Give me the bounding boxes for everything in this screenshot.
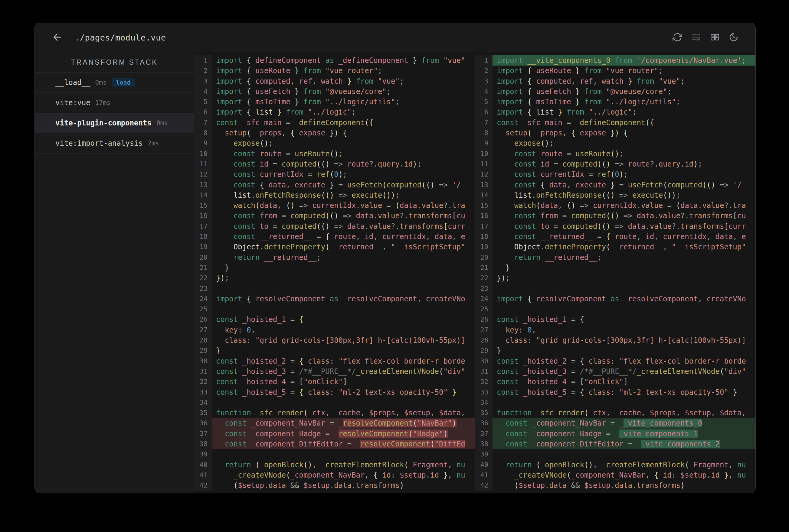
line-number: 22	[194, 273, 212, 283]
code-line-row: 34	[194, 398, 475, 408]
code-line-row: 24import { resolveComponent as _resolveC…	[194, 294, 475, 304]
code-line-row: 38 const _component_DiffEditor = _resolv…	[194, 439, 475, 449]
plugin-duration: 2ms	[148, 140, 159, 147]
code-line-row: 16 const from = computed(() => data.valu…	[194, 211, 475, 221]
line-number: 25	[194, 304, 212, 315]
line-number: 26	[194, 315, 212, 325]
code-line-row: 32const _hoisted_4 = ["onClick"]	[475, 377, 755, 387]
line-number: 9	[475, 138, 493, 148]
code-line: import { useRoute } from "vue-router";	[493, 65, 755, 76]
code-line: watch(data, () => currentIdx.value = (da…	[212, 201, 475, 211]
line-number: 12	[194, 169, 212, 179]
code-line-row: 41 _createVNode(_component_NavBar, { id:…	[475, 470, 755, 480]
line-number: 11	[194, 159, 212, 169]
sidebar-item-vite-import-analysis[interactable]: vite:import-analysis2ms	[35, 133, 194, 154]
line-number: 8	[194, 128, 212, 138]
diff-word-highlight: resolveComponent("Badge")	[338, 430, 448, 438]
code-line: const _component_NavBar = __vite_compone…	[493, 418, 755, 428]
code-line: const _hoisted_2 = { class: "flex flex-c…	[493, 356, 755, 366]
code-line-row: 9 expose();	[475, 138, 755, 148]
code-line-row: 33const _hoisted_5 = { class: "ml-2 text…	[475, 387, 755, 398]
code-line: function _sfc_render(_ctx, _cache, $prop…	[493, 408, 755, 418]
code-line-row: 3import { computed, ref, watch } from "v…	[194, 76, 475, 87]
line-number: 24	[475, 294, 493, 304]
arrow-left-icon	[52, 32, 62, 43]
line-number: 14	[194, 190, 212, 201]
code-pane-after[interactable]: 1import __vite_components_0 from '/compo…	[475, 52, 755, 493]
line-number: 2	[475, 65, 493, 76]
code-line-row: 42 ($setup.data && $setup.data.transform…	[194, 480, 475, 491]
sidebar-item-load[interactable]: __load__0msload	[35, 73, 194, 93]
code-line: import { msToTime } from "../logic/utils…	[493, 97, 755, 107]
sidebar-item-vite-plugin-components[interactable]: vite-plugin-components0ms	[35, 113, 194, 133]
line-number: 41	[475, 470, 493, 480]
code-line-row: 9 expose();	[194, 138, 475, 148]
wrap-text-button[interactable]	[691, 32, 701, 43]
code-line-row: 17 const to = computed(() => data.value?…	[194, 221, 475, 231]
line-number: 4	[194, 87, 212, 97]
line-number: 10	[194, 149, 212, 159]
line-number: 39	[475, 449, 493, 459]
line-number: 28	[475, 335, 493, 345]
line-number: 7	[194, 118, 212, 128]
code-line: return __returned__;	[212, 252, 475, 263]
code-line: key: 0,	[493, 325, 755, 335]
line-number: 24	[194, 294, 212, 304]
transform-stack-sidebar: TRANSFORM STACK __load__0msloadvite:vue1…	[35, 52, 194, 493]
main-content: TRANSFORM STACK __load__0msloadvite:vue1…	[35, 52, 755, 493]
code-line-row: 4import { useFetch } from "@vueuse/core"…	[194, 87, 475, 97]
code-line: const id = computed(() => route?.query.i…	[212, 159, 475, 169]
code-line-row: 35function _sfc_render(_ctx, _cache, $pr…	[475, 408, 755, 418]
code-line-row: 19 Object.defineProperty(__returned__, "…	[475, 242, 755, 252]
line-number: 21	[194, 263, 212, 273]
vite-inspect-window: ./pages/module.vue TRANSFORM STACK __loa…	[35, 23, 756, 493]
code-line: const _component_DiffEditor = __vite_com…	[493, 439, 755, 449]
code-line: const route = useRoute();	[212, 149, 475, 159]
code-line-row: 36 const _component_NavBar = __vite_comp…	[475, 418, 755, 428]
line-number: 36	[194, 418, 212, 428]
code-line-row: 36 const _component_NavBar = _resolveCom…	[194, 418, 475, 428]
line-number: 40	[475, 460, 493, 470]
transform-stack-list: __load__0msloadvite:vue17msvite-plugin-c…	[35, 73, 194, 154]
code-line: const _hoisted_1 = {	[212, 315, 475, 325]
code-line: watch(data, () => currentIdx.value = (da…	[493, 201, 755, 211]
line-number: 16	[475, 211, 493, 221]
line-number: 38	[194, 439, 212, 449]
refresh-button[interactable]	[673, 32, 682, 43]
line-number: 34	[475, 398, 493, 408]
dark-mode-moon-icon	[729, 32, 738, 43]
code-line-row: 16 const from = computed(() => data.valu…	[475, 211, 755, 221]
code-line-row: 27 key: 0,	[475, 325, 755, 335]
code-line: }	[493, 263, 755, 273]
code-line: const { data, execute } = useFetch(compu…	[212, 180, 475, 190]
plugin-name: vite:vue	[55, 98, 90, 107]
code-line-row: 5import { msToTime } from "../logic/util…	[194, 97, 475, 107]
plugin-duration: 17ms	[95, 99, 111, 107]
line-number: 30	[475, 356, 493, 366]
line-number: 42	[194, 480, 212, 491]
code-pane-before[interactable]: 1import { defineComponent as _defineComp…	[194, 52, 475, 493]
code-line: expose();	[493, 138, 755, 148]
code-line: Object.defineProperty(__returned__, "__i…	[493, 242, 755, 252]
diff-compare-button[interactable]	[710, 32, 720, 43]
diff-word-highlight: _vite_components_1	[619, 430, 698, 438]
code-line: const route = useRoute();	[493, 149, 755, 159]
code-line-row: 39	[194, 449, 475, 459]
code-line-row: 21 }	[475, 263, 755, 273]
code-line-row: 11 const id = computed(() => route?.quer…	[194, 159, 475, 169]
code-line-row: 31const _hoisted_3 = /*#__PURE__*/_creat…	[475, 366, 755, 377]
code-line-row: 31const _hoisted_3 = /*#__PURE__*/_creat…	[194, 366, 475, 377]
code-line: const _hoisted_5 = { class: "ml-2 text-x…	[493, 387, 755, 398]
code-line-row: 23	[475, 284, 755, 294]
code-line-row: 14 list.onFetchResponse(() => execute())…	[475, 190, 755, 201]
code-line: const _hoisted_3 = /*#__PURE__*/_createE…	[212, 366, 475, 377]
back-button[interactable]	[52, 32, 62, 43]
code-line-row: 30const _hoisted_2 = { class: "flex flex…	[194, 356, 475, 366]
code-line	[212, 284, 475, 294]
dark-mode-moon-button[interactable]	[729, 32, 738, 43]
code-line-row: 3import { computed, ref, watch } from "v…	[475, 76, 755, 87]
code-line-row: 40 return (_openBlock(), _createElementB…	[475, 460, 755, 470]
code-line-row: 25	[475, 304, 755, 315]
code-line: const _component_Badge = _resolveCompone…	[212, 429, 475, 439]
sidebar-item-vite-vue[interactable]: vite:vue17ms	[35, 93, 194, 113]
